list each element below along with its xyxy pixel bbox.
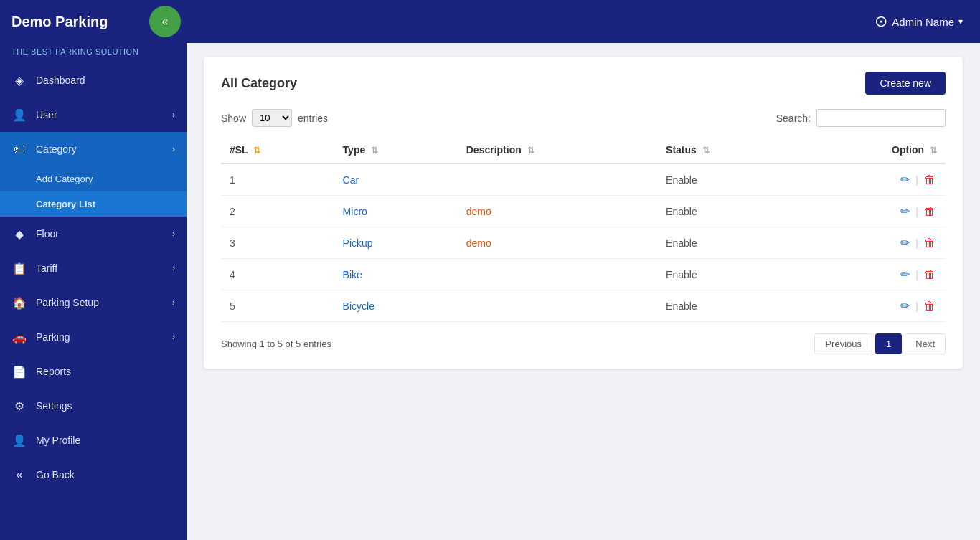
parking-icon: 🚗 xyxy=(11,329,27,345)
sidebar-item-my-profile[interactable]: 👤 My Profile xyxy=(0,423,187,458)
sidebar-item-dashboard[interactable]: ◈ Dashboard xyxy=(0,63,187,98)
settings-icon: ⚙ xyxy=(11,398,27,414)
edit-button[interactable]: ✏ xyxy=(899,298,911,314)
table-row: 5 Bicycle Enable ✏ | 🗑 xyxy=(221,290,946,322)
cell-sl: 5 xyxy=(221,290,334,322)
search-input[interactable] xyxy=(816,109,946,127)
parking-setup-icon: 🏠 xyxy=(11,295,27,311)
app-subtitle: THE BEST PARKING SOLUTION xyxy=(0,43,187,63)
cell-type: Car xyxy=(334,164,458,196)
sidebar-item-tariff[interactable]: 📋 Tariff › xyxy=(0,251,187,285)
sort-icon-description[interactable]: ⇅ xyxy=(527,146,534,156)
sidebar-item-label: User xyxy=(36,109,57,120)
sidebar-item-label: My Profile xyxy=(36,435,80,446)
topbar: ⊙ Admin Name ▾ xyxy=(187,0,980,43)
sidebar-item-parking[interactable]: 🚗 Parking › xyxy=(0,320,187,354)
sidebar-item-reports[interactable]: 📄 Reports xyxy=(0,354,187,389)
col-status: Status ⇅ xyxy=(657,137,799,164)
app-logo: Demo Parking xyxy=(11,14,149,30)
sort-icon-status[interactable]: ⇅ xyxy=(702,146,710,156)
cell-status: Enable xyxy=(657,227,799,259)
chevron-right-icon: › xyxy=(172,298,175,308)
sidebar: Demo Parking « THE BEST PARKING SOLUTION… xyxy=(0,0,187,540)
sidebar-toggle-button[interactable]: « xyxy=(149,6,181,37)
cell-description: demo xyxy=(458,227,657,259)
user-menu[interactable]: ⊙ Admin Name ▾ xyxy=(875,12,963,31)
search-label: Search: xyxy=(776,113,811,124)
sidebar-subitem-label: Add Category xyxy=(36,174,93,184)
sidebar-item-go-back[interactable]: « Go Back xyxy=(0,458,187,492)
show-label: Show xyxy=(221,113,246,124)
show-entries-control: Show 10 25 50 100 entries xyxy=(221,109,328,127)
sort-icon-type[interactable]: ⇅ xyxy=(371,146,378,156)
chevron-down-icon: ▾ xyxy=(958,16,963,27)
sidebar-item-label: Floor xyxy=(36,228,59,240)
delete-button[interactable]: 🗑 xyxy=(923,235,937,251)
sidebar-item-label: Settings xyxy=(36,400,72,412)
chevron-right-icon: › xyxy=(172,144,175,154)
delete-button[interactable]: 🗑 xyxy=(923,267,937,283)
sidebar-item-label: Reports xyxy=(36,366,71,377)
table-controls: Show 10 25 50 100 entries Search: xyxy=(221,109,946,127)
sidebar-item-label: Go Back xyxy=(36,469,75,480)
cell-status: Enable xyxy=(657,259,799,290)
delete-button[interactable]: 🗑 xyxy=(923,204,937,219)
sidebar-item-category[interactable]: 🏷 Category › xyxy=(0,132,187,166)
sort-icon-sl[interactable]: ⇅ xyxy=(253,146,260,156)
entries-label: entries xyxy=(298,113,328,124)
cell-description: demo xyxy=(458,196,657,227)
category-icon: 🏷 xyxy=(11,141,27,157)
cell-sl: 4 xyxy=(221,259,334,290)
sidebar-subitem-add-category[interactable]: Add Category xyxy=(0,166,187,191)
action-separator: | xyxy=(915,269,918,280)
sidebar-subitem-label: Category List xyxy=(36,199,95,209)
page-content: All Category Create new Show 10 25 50 10… xyxy=(187,43,980,540)
col-type: Type ⇅ xyxy=(334,137,458,164)
search-box: Search: xyxy=(776,109,946,127)
cell-type: Bike xyxy=(334,259,458,290)
delete-button[interactable]: 🗑 xyxy=(923,172,937,188)
cell-status: Enable xyxy=(657,196,799,227)
next-button[interactable]: Next xyxy=(905,333,946,354)
sidebar-item-user[interactable]: 👤 User › xyxy=(0,98,187,132)
pagination: Previous 1 Next xyxy=(814,333,946,354)
go-back-icon: « xyxy=(11,467,27,483)
cell-sl: 1 xyxy=(221,164,334,196)
chevron-right-icon: › xyxy=(172,229,175,239)
sidebar-item-label: Category xyxy=(36,143,77,155)
sidebar-header: Demo Parking « xyxy=(0,0,187,43)
create-new-button[interactable]: Create new xyxy=(865,72,946,95)
reports-icon: 📄 xyxy=(11,364,27,379)
entries-select[interactable]: 10 25 50 100 xyxy=(252,109,292,127)
action-separator: | xyxy=(915,300,918,312)
sidebar-item-label: Parking Setup xyxy=(36,297,99,308)
sort-icon-option[interactable]: ⇅ xyxy=(930,146,937,156)
sidebar-item-label: Tariff xyxy=(36,262,57,274)
edit-button[interactable]: ✏ xyxy=(899,235,911,251)
cell-description xyxy=(458,164,657,196)
dashboard-icon: ◈ xyxy=(11,72,27,88)
toggle-icon: « xyxy=(162,15,169,28)
tariff-icon: 📋 xyxy=(11,260,27,276)
category-table: #SL ⇅ Type ⇅ Description ⇅ Status xyxy=(221,137,946,322)
delete-button[interactable]: 🗑 xyxy=(923,298,937,314)
table-row: 3 Pickup demo Enable ✏ | 🗑 xyxy=(221,227,946,259)
table-header-row: #SL ⇅ Type ⇅ Description ⇅ Status xyxy=(221,137,946,164)
sidebar-item-settings[interactable]: ⚙ Settings xyxy=(0,389,187,423)
sidebar-item-parking-setup[interactable]: 🏠 Parking Setup › xyxy=(0,285,187,320)
sidebar-item-label: Parking xyxy=(36,331,70,343)
user-icon: 👤 xyxy=(11,107,27,123)
user-name: Admin Name xyxy=(892,16,954,28)
cell-option: ✏ | 🗑 xyxy=(799,227,946,259)
cell-option: ✏ | 🗑 xyxy=(799,196,946,227)
my-profile-icon: 👤 xyxy=(11,432,27,448)
col-sl: #SL ⇅ xyxy=(221,137,334,164)
edit-button[interactable]: ✏ xyxy=(899,203,911,219)
edit-button[interactable]: ✏ xyxy=(899,266,911,283)
col-option: Option ⇅ xyxy=(799,137,946,164)
sidebar-subitem-category-list[interactable]: Category List xyxy=(0,191,187,217)
sidebar-item-floor[interactable]: ◆ Floor › xyxy=(0,217,187,251)
previous-button[interactable]: Previous xyxy=(814,333,872,354)
page-1-button[interactable]: 1 xyxy=(875,333,902,354)
edit-button[interactable]: ✏ xyxy=(899,171,911,188)
